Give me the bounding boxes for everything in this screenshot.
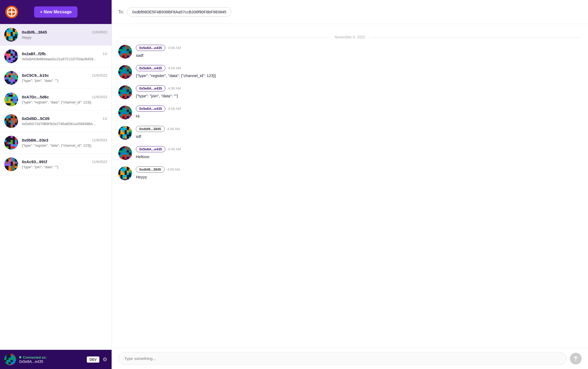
status-address: 0x5e8A...e435 bbox=[19, 359, 84, 364]
msg-content: 0x5e8A...e435 4:08 AM Hellooo bbox=[136, 146, 582, 160]
msg-text: Heyyy bbox=[136, 174, 582, 180]
conv-info: 0x0bB6...03e3 11/6/2022 {"type": "regist… bbox=[22, 138, 107, 147]
conv-top: 0x0bB6...03e3 11/6/2022 bbox=[22, 138, 107, 142]
conv-preview: {"type": "join", "data": ""} bbox=[22, 79, 107, 83]
status-avatar bbox=[4, 354, 16, 365]
conv-address: 0x0bB6...03e3 bbox=[22, 138, 48, 142]
conv-date: 11/ bbox=[103, 117, 107, 121]
conv-info: 0x2aBf...f2fb 11/ 0x5e8A63b8B4daed1c21a5… bbox=[22, 51, 107, 61]
message-row: 0x5e8A...e435 4:06 AM sadf bbox=[118, 45, 582, 59]
msg-content: 0x5e8A...e435 4:06 AM {"type": "register… bbox=[136, 65, 582, 79]
msg-text: {"type": "join", "data": ""} bbox=[136, 93, 582, 99]
msg-content: 0xdbf6...3845 4:08 AM sdf bbox=[136, 126, 582, 140]
chat-messages: November 6, 2022 0x5e8A...e435 4:06 AM s… bbox=[112, 24, 588, 348]
conv-date: 11/6/2022 bbox=[92, 73, 107, 77]
conv-address: 0xDd5D...5C05 bbox=[22, 116, 50, 121]
msg-avatar bbox=[118, 166, 132, 180]
message-row: 0xdbf6...3845 4:09 AM Heyyy bbox=[118, 166, 582, 180]
conv-preview: {"type": "register", "data": {"channel_i… bbox=[22, 100, 107, 104]
conv-avatar bbox=[4, 114, 18, 128]
msg-content: 0x5e8A...e435 4:06 AM {"type": "join", "… bbox=[136, 85, 582, 99]
conv-top: 0xdbf6...3845 11/6/2022 bbox=[22, 30, 107, 34]
conversation-item[interactable]: 0xA7Dc...5d6c 11/6/2022 {"type": "regist… bbox=[0, 89, 112, 110]
msg-text: sadf bbox=[136, 53, 582, 59]
conversation-item[interactable]: 0x0bB6...03e3 11/6/2022 {"type": "regist… bbox=[0, 132, 112, 154]
chat-header: To: 0xdbf68DE5F4B938BF8Aa57ccB336f90F8bF… bbox=[112, 0, 588, 24]
conv-preview: {"type": "register", "data": {"channel_i… bbox=[22, 143, 107, 147]
conversation-item[interactable]: 0xAc93...991f 11/6/2022 {"type": "join",… bbox=[0, 154, 112, 175]
msg-time: 4:08 AM bbox=[167, 127, 180, 131]
conv-top: 0xC5C9...b15c 11/6/2022 bbox=[22, 73, 107, 78]
conv-avatar bbox=[4, 28, 18, 42]
msg-time: 4:06 AM bbox=[168, 86, 181, 90]
msg-meta: 0x5e8A...e435 4:06 AM bbox=[136, 106, 582, 112]
msg-address-badge: 0x5e8A...e435 bbox=[136, 45, 165, 51]
conv-info: 0xDd5D...5C05 11/ 0xDd5D72d70B8FB2e2746a… bbox=[22, 116, 107, 126]
sidebar-header: + New Message bbox=[0, 0, 112, 24]
msg-time: 4:09 AM bbox=[167, 167, 180, 171]
msg-meta: 0xdbf6...3845 4:09 AM bbox=[136, 166, 582, 173]
msg-text: sdf bbox=[136, 134, 582, 140]
settings-button[interactable]: ⚙ bbox=[103, 356, 107, 363]
msg-meta: 0x5e8A...e435 4:06 AM bbox=[136, 85, 582, 91]
conversation-item[interactable]: 0x2aBf...f2fb 11/ 0x5e8A63b8B4daed1c21a5… bbox=[0, 46, 112, 67]
chat-input-area bbox=[112, 348, 588, 369]
to-address-pill: 0xdbf68DE5F4B938BF8Aa57ccB336f90F8bF9838… bbox=[127, 7, 231, 17]
send-button[interactable] bbox=[570, 353, 582, 364]
status-connected-label: Connected as: bbox=[19, 355, 84, 359]
msg-meta: 0xdbf6...3845 4:08 AM bbox=[136, 126, 582, 132]
conv-address: 0xdbf6...3845 bbox=[22, 30, 47, 34]
message-row: 0x5e8A...e435 4:06 AM Hi bbox=[118, 106, 582, 119]
msg-meta: 0x5e8A...e435 4:08 AM bbox=[136, 146, 582, 152]
conv-address: 0xA7Dc...5d6c bbox=[22, 95, 49, 99]
conv-preview: Heyyy bbox=[22, 35, 107, 39]
conversation-item[interactable]: 0xdbf6...3845 11/6/2022 Heyyy bbox=[0, 24, 112, 46]
status-bar: Connected as: 0x5e8A...e435 DEV ⚙ bbox=[0, 350, 112, 369]
msg-content: 0x5e8A...e435 4:06 AM sadf bbox=[136, 45, 582, 59]
message-row: 0x5e8A...e435 4:08 AM Hellooo bbox=[118, 146, 582, 160]
msg-address-badge: 0x5e8A...e435 bbox=[136, 146, 165, 152]
conversation-item[interactable]: 0xC5C9...b15c 11/6/2022 {"type": "join",… bbox=[0, 67, 112, 89]
msg-text: Hellooo bbox=[136, 154, 582, 160]
msg-meta: 0x5e8A...e435 4:06 AM bbox=[136, 45, 582, 51]
conv-avatar bbox=[4, 49, 18, 63]
msg-content: 0xdbf6...3845 4:09 AM Heyyy bbox=[136, 166, 582, 180]
conv-avatar bbox=[4, 157, 18, 171]
message-input[interactable] bbox=[118, 352, 567, 365]
msg-time: 4:06 AM bbox=[168, 46, 181, 50]
msg-avatar bbox=[118, 85, 132, 99]
conv-preview: {"type": "join", "data": ""} bbox=[22, 165, 107, 169]
msg-text: Hi bbox=[136, 113, 582, 119]
msg-time: 4:08 AM bbox=[168, 147, 181, 151]
chat-area: To: 0xdbf68DE5F4B938BF8Aa57ccB336f90F8bF… bbox=[112, 0, 588, 369]
dev-badge: DEV bbox=[87, 356, 99, 363]
msg-avatar bbox=[118, 106, 132, 119]
msg-avatar bbox=[118, 65, 132, 79]
new-message-button[interactable]: + New Message bbox=[34, 6, 77, 18]
msg-address-badge: 0xdbf6...3845 bbox=[136, 126, 165, 132]
msg-address-badge: 0x5e8A...e435 bbox=[136, 85, 165, 91]
msg-content: 0x5e8A...e435 4:06 AM Hi bbox=[136, 106, 582, 119]
msg-time: 4:06 AM bbox=[168, 107, 181, 111]
logo-icon bbox=[5, 6, 18, 18]
conversation-item[interactable]: 0xDd5D...5C05 11/ 0xDd5D72d70B8FB2e2746a… bbox=[0, 110, 112, 132]
conv-address: 0xAc93...991f bbox=[22, 159, 47, 164]
conv-date: 11/6/2022 bbox=[92, 95, 107, 99]
sidebar: + New Message 0xdbf6...3845 11/6/2022 He… bbox=[0, 0, 112, 369]
status-info: Connected as: 0x5e8A...e435 bbox=[19, 355, 84, 364]
conv-avatar bbox=[4, 93, 18, 106]
msg-address-badge: 0xdbf6...3845 bbox=[136, 166, 165, 173]
message-row: 0x5e8A...e435 4:06 AM {"type": "join", "… bbox=[118, 85, 582, 99]
msg-address-badge: 0x5e8A...e435 bbox=[136, 65, 165, 71]
connected-dot bbox=[19, 356, 21, 358]
conv-date: 11/6/2022 bbox=[92, 30, 107, 34]
msg-avatar bbox=[118, 146, 132, 160]
conv-top: 0xA7Dc...5d6c 11/6/2022 bbox=[22, 95, 107, 99]
msg-meta: 0x5e8A...e435 4:06 AM bbox=[136, 65, 582, 71]
msg-text: {"type": "register", "data": {"channel_i… bbox=[136, 73, 582, 79]
date-separator: November 6, 2022 bbox=[118, 35, 582, 39]
conv-top: 0xDd5D...5C05 11/ bbox=[22, 116, 107, 121]
conv-avatar bbox=[4, 71, 18, 85]
message-row: 0x5e8A...e435 4:06 AM {"type": "register… bbox=[118, 65, 582, 79]
conv-info: 0xAc93...991f 11/6/2022 {"type": "join",… bbox=[22, 159, 107, 169]
